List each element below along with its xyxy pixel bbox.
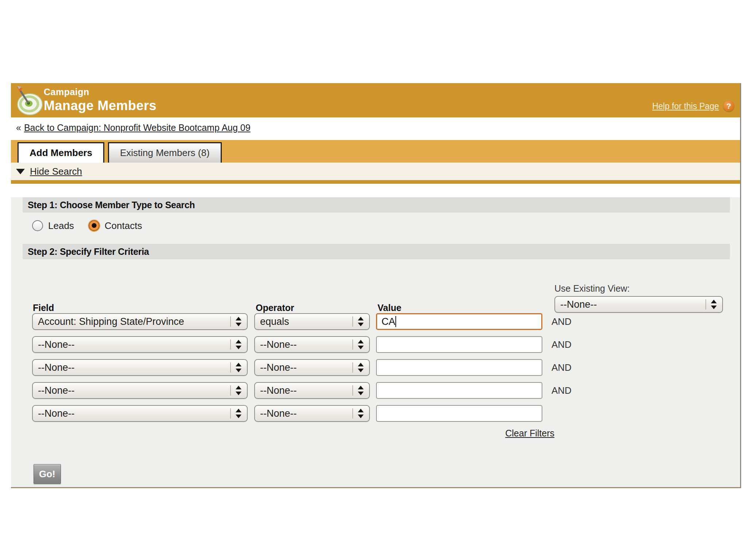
use-existing-view-label: Use Existing View: (554, 283, 723, 294)
collapse-triangle-icon[interactable] (16, 169, 25, 174)
back-row: « Back to Campaign: Nonprofit Website Bo… (11, 117, 740, 138)
filter-row: --None-- --None-- (32, 405, 740, 422)
member-type-radios: Leads Contacts (32, 218, 740, 233)
hide-search-link[interactable]: Hide Search (30, 166, 82, 177)
tab-add-members[interactable]: Add Members (18, 142, 104, 163)
operator-column-header: Operator (254, 303, 370, 313)
clear-filters-link[interactable]: Clear Filters (505, 428, 554, 438)
existing-view-select[interactable]: --None-- (554, 296, 723, 313)
operator-select-3-value: --None-- (255, 362, 352, 373)
operator-select-2-value: --None-- (255, 339, 352, 350)
field-select-5[interactable]: --None-- (32, 405, 248, 422)
select-spinner-icon (352, 360, 369, 375)
contacts-radio-label: Contacts (105, 220, 142, 232)
field-select-1[interactable]: Account: Shipping State/Province (32, 313, 248, 330)
field-select-4[interactable]: --None-- (32, 382, 248, 399)
filter-row: --None-- --None-- AND (32, 336, 740, 353)
go-button[interactable]: Go! (34, 464, 61, 484)
and-conjunction-label: AND (551, 385, 577, 396)
tab-existing-members[interactable]: Existing Members (8) (108, 142, 222, 163)
value-column-header: Value (376, 303, 542, 313)
field-column-header: Field (32, 303, 248, 313)
filter-row: --None-- --None-- AND (32, 359, 740, 376)
filter-row: Account: Shipping State/Province equals … (32, 313, 740, 330)
operator-select-5[interactable]: --None-- (254, 405, 370, 422)
and-conjunction-label: AND (551, 316, 577, 327)
existing-view-value: --None-- (555, 299, 705, 310)
back-chevron: « (16, 122, 21, 133)
value-input-3[interactable] (376, 359, 542, 376)
select-spinner-icon (352, 337, 369, 352)
help-link[interactable]: Help for this Page (652, 101, 719, 111)
back-to-campaign-link[interactable]: Back to Campaign: Nonprofit Website Boot… (24, 122, 251, 133)
operator-select-5-value: --None-- (255, 408, 352, 419)
leads-radio-label: Leads (48, 220, 74, 232)
contacts-radio[interactable] (89, 220, 100, 231)
campaign-target-icon (15, 86, 44, 116)
and-conjunction-label: AND (551, 362, 577, 373)
search-toggle-row: Hide Search (11, 163, 740, 180)
clear-filters-row: Clear Filters (32, 428, 554, 439)
select-spinner-icon (230, 360, 247, 375)
select-spinner-icon (230, 383, 247, 398)
field-select-2[interactable]: --None-- (32, 336, 248, 353)
value-cell (376, 336, 542, 353)
title-text: Campaign Manage Members (44, 87, 156, 113)
select-spinner-icon (230, 337, 247, 352)
help-area: Help for this Page ? (652, 101, 734, 112)
step1-header: Step 1: Choose Member Type to Search (23, 197, 730, 213)
and-conjunction-label: AND (551, 339, 577, 350)
step2-header: Step 2: Specify Filter Criteria (23, 244, 730, 259)
operator-select-4[interactable]: --None-- (254, 382, 370, 399)
value-input-5[interactable] (376, 405, 542, 422)
orange-divider (11, 180, 740, 184)
field-select-3-value: --None-- (33, 362, 230, 373)
operator-select-3[interactable]: --None-- (254, 359, 370, 376)
leads-radio[interactable] (32, 220, 43, 231)
filter-row: --None-- --None-- AND (32, 382, 740, 399)
select-spinner-icon (230, 406, 247, 421)
value-cell (376, 313, 542, 330)
select-spinner-icon (230, 314, 247, 329)
value-input-2[interactable] (376, 336, 542, 353)
field-select-3[interactable]: --None-- (32, 359, 248, 376)
search-panel: Step 1: Choose Member Type to Search Lea… (11, 197, 740, 488)
select-spinner-icon (352, 314, 369, 329)
value-input-1[interactable] (376, 313, 542, 330)
select-spinner-icon (705, 297, 722, 312)
title-bar: Campaign Manage Members Help for this Pa… (11, 83, 740, 117)
operator-select-4-value: --None-- (255, 385, 352, 396)
field-select-5-value: --None-- (33, 408, 230, 419)
select-spinner-icon (352, 406, 369, 421)
value-cell (376, 382, 542, 399)
value-cell (376, 405, 542, 422)
operator-select-2[interactable]: --None-- (254, 336, 370, 353)
text-caret (395, 316, 396, 327)
operator-select-1[interactable]: equals (254, 313, 370, 330)
field-select-2-value: --None-- (33, 339, 230, 350)
page-title: Manage Members (44, 98, 156, 113)
value-cell (376, 359, 542, 376)
use-existing-view-block: Use Existing View: --None-- (554, 283, 723, 313)
object-type-label: Campaign (44, 87, 156, 97)
help-question-icon[interactable]: ? (723, 101, 734, 112)
operator-select-1-value: equals (255, 316, 352, 327)
field-select-1-value: Account: Shipping State/Province (33, 316, 230, 327)
field-select-4-value: --None-- (33, 385, 230, 396)
value-input-4[interactable] (376, 382, 542, 399)
select-spinner-icon (352, 383, 369, 398)
tab-strip: Add Members Existing Members (8) (11, 140, 740, 163)
manage-members-window: Campaign Manage Members Help for this Pa… (11, 83, 741, 488)
